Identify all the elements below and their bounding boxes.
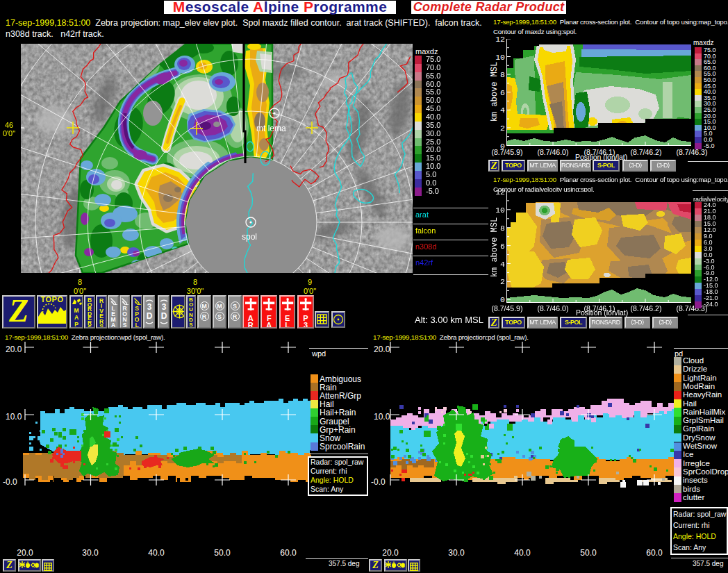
svg-text:3: 3 <box>162 302 167 312</box>
svg-text:spol: spol <box>242 232 257 242</box>
svg-text:mt lema: mt lema <box>256 124 286 133</box>
svg-text:D: D <box>161 311 167 321</box>
svg-text:3: 3 <box>147 302 152 312</box>
svg-text:D: D <box>147 311 153 321</box>
